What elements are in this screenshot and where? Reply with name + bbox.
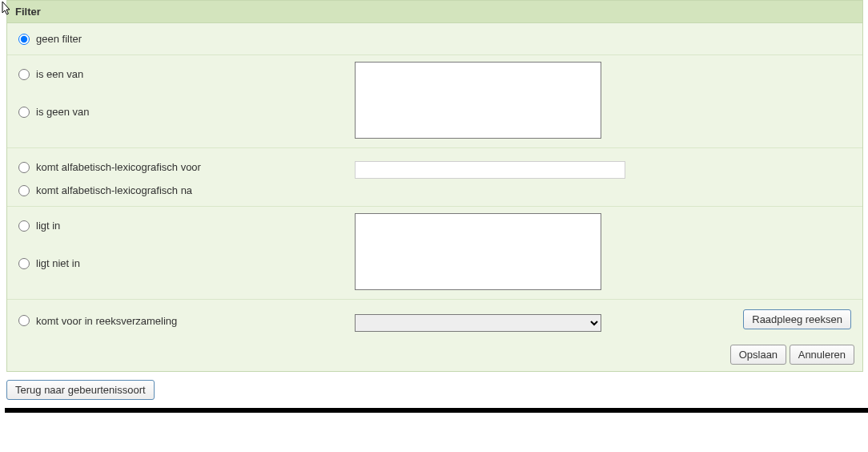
radio-is-one-of[interactable]	[18, 69, 30, 80]
radio-none[interactable]	[18, 34, 30, 45]
radio-alpha-after[interactable]	[18, 185, 30, 196]
series-dropdown[interactable]	[355, 314, 601, 332]
section-alpha: komt alfabetisch-lexicografisch voor kom…	[7, 148, 862, 207]
radio-in-range[interactable]	[18, 220, 30, 232]
filter-header: Filter	[7, 1, 862, 23]
radio-not-in-range-label: ligt niet in	[36, 257, 80, 269]
oneof-listbox[interactable]	[355, 62, 601, 139]
radio-none-label: geen filter	[36, 33, 82, 45]
cancel-button[interactable]: Annuleren	[790, 345, 854, 365]
filter-title: Filter	[15, 6, 41, 18]
radio-in-range-label: ligt in	[36, 220, 60, 232]
save-button[interactable]: Opslaan	[730, 345, 786, 365]
section-range: ligt in ligt niet in	[7, 207, 862, 300]
radio-alpha-before[interactable]	[18, 162, 30, 173]
range-listbox[interactable]	[355, 213, 601, 290]
radio-in-series-label: komt voor in reeksverzameling	[36, 315, 177, 327]
radio-alpha-after-label: komt alfabetisch-lexicografisch na	[36, 184, 192, 196]
section-series: komt voor in reeksverzameling Raadpleeg …	[7, 300, 862, 338]
radio-is-one-of-label: is een van	[36, 68, 83, 80]
alpha-input[interactable]	[355, 161, 625, 179]
radio-is-not-one-of[interactable]	[18, 107, 30, 118]
section-none: geen filter	[7, 23, 862, 55]
back-button[interactable]: Terug naar gebeurtenissoort	[6, 380, 155, 400]
consult-series-button[interactable]: Raadpleeg reeksen	[743, 309, 851, 329]
footer-buttons: Opslaan Annuleren	[7, 338, 862, 371]
radio-alpha-before-label: komt alfabetisch-lexicografisch voor	[36, 161, 201, 173]
section-oneof: is een van is geen van	[7, 55, 862, 148]
radio-in-series[interactable]	[18, 315, 30, 326]
back-row: Terug naar gebeurtenissoort	[0, 372, 868, 408]
radio-is-not-one-of-label: is geen van	[36, 106, 90, 118]
filter-panel: Filter geen filter is een van is geen va…	[6, 0, 863, 372]
radio-not-in-range[interactable]	[18, 258, 30, 269]
bottom-bar	[5, 408, 868, 413]
